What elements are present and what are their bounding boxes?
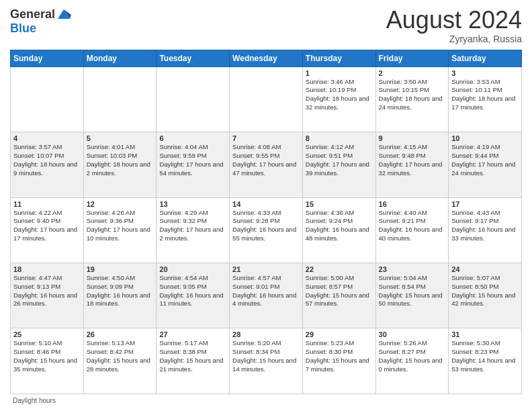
month-title: August 2024 (386, 7, 522, 34)
sunset: Sunset: 8:23 PM (451, 348, 498, 355)
calendar-cell: 15Sunrise: 4:36 AMSunset: 9:24 PMDayligh… (302, 197, 375, 263)
day-info: Sunrise: 3:53 AMSunset: 10:11 PMDaylight… (451, 78, 519, 112)
sunrise: Sunrise: 4:29 AM (159, 209, 208, 216)
day-number: 18 (13, 265, 81, 273)
daylight: Daylight: 18 hours and 9 minutes. (13, 161, 77, 177)
sunrise: Sunrise: 4:15 AM (379, 143, 427, 150)
sunset: Sunset: 9:28 PM (232, 217, 279, 224)
sunrise: Sunrise: 4:12 AM (306, 143, 354, 150)
calendar-cell: 14Sunrise: 4:33 AMSunset: 9:28 PMDayligh… (230, 197, 303, 263)
sunset: Sunset: 9:17 PM (451, 217, 498, 224)
weekday-header: Saturday (449, 50, 522, 66)
day-info: Sunrise: 5:10 AMSunset: 8:46 PMDaylight:… (13, 339, 81, 373)
sunrise: Sunrise: 4:57 AM (232, 274, 281, 281)
sunrise: Sunrise: 5:17 AM (159, 339, 208, 347)
sunset: Sunset: 8:57 PM (306, 283, 353, 290)
sunrise: Sunrise: 3:46 AM (306, 78, 354, 85)
calendar-cell: 8Sunrise: 4:12 AMSunset: 9:51 PMDaylight… (302, 132, 375, 197)
sunset: Sunset: 9:40 PM (13, 217, 60, 224)
day-info: Sunrise: 3:57 AMSunset: 10:07 PMDaylight… (13, 143, 81, 177)
weekday-header: Friday (375, 50, 449, 66)
day-number: 31 (451, 330, 519, 338)
sunset: Sunset: 10:03 PM (87, 152, 138, 159)
daylight: Daylight: 14 hours and 53 minutes. (451, 357, 515, 373)
daylight: Daylight: 15 hours and 35 minutes. (13, 357, 77, 373)
day-info: Sunrise: 4:50 AMSunset: 9:09 PMDaylight:… (87, 274, 154, 308)
daylight: Daylight: 16 hours and 4 minutes. (232, 291, 296, 308)
day-number: 3 (451, 69, 519, 77)
calendar-cell: 11Sunrise: 4:22 AMSunset: 9:40 PMDayligh… (11, 197, 84, 263)
sunset: Sunset: 10:07 PM (13, 152, 64, 159)
weekday-header: Sunday (11, 50, 84, 66)
sunrise: Sunrise: 4:19 AM (451, 143, 500, 150)
sunrise: Sunrise: 4:01 AM (87, 143, 135, 150)
calendar-cell: 22Sunrise: 5:00 AMSunset: 8:57 PMDayligh… (302, 263, 375, 328)
sunset: Sunset: 8:38 PM (159, 348, 206, 355)
day-number: 29 (306, 330, 373, 338)
sunrise: Sunrise: 5:23 AM (306, 339, 354, 347)
day-info: Sunrise: 5:04 AMSunset: 8:54 PMDaylight:… (379, 274, 446, 308)
day-number: 9 (379, 134, 446, 142)
sunset: Sunset: 9:51 PM (306, 152, 353, 159)
day-info: Sunrise: 5:30 AMSunset: 8:23 PMDaylight:… (451, 339, 519, 373)
calendar-cell: 20Sunrise: 4:54 AMSunset: 9:05 PMDayligh… (157, 263, 230, 328)
calendar-cell: 21Sunrise: 4:57 AMSunset: 9:01 PMDayligh… (230, 263, 303, 328)
logo-blue-text: Blue (10, 21, 71, 36)
sunset: Sunset: 8:46 PM (13, 348, 60, 355)
sunset: Sunset: 8:27 PM (379, 348, 426, 355)
calendar-week-row: 1Sunrise: 3:46 AMSunset: 10:19 PMDayligh… (11, 66, 522, 132)
calendar-cell: 10Sunrise: 4:19 AMSunset: 9:44 PMDayligh… (449, 132, 522, 197)
day-number: 15 (306, 200, 373, 208)
daylight: Daylight: 15 hours and 28 minutes. (87, 357, 150, 373)
sunrise: Sunrise: 4:47 AM (13, 274, 62, 281)
day-number: 4 (13, 134, 81, 142)
daylight: Daylight: 17 hours and 47 minutes. (232, 161, 296, 177)
daylight: Daylight: 15 hours and 42 minutes. (451, 291, 515, 308)
day-info: Sunrise: 4:47 AMSunset: 9:13 PMDaylight:… (13, 274, 81, 308)
calendar-cell: 16Sunrise: 4:40 AMSunset: 9:21 PMDayligh… (375, 197, 449, 263)
calendar-cell: 19Sunrise: 4:50 AMSunset: 9:09 PMDayligh… (83, 263, 157, 328)
header: General Blue August 2024 Zyryanka, Russi… (10, 7, 522, 44)
calendar-cell: 29Sunrise: 5:23 AMSunset: 8:30 PMDayligh… (302, 328, 375, 394)
day-info: Sunrise: 4:19 AMSunset: 9:44 PMDaylight:… (451, 143, 519, 177)
weekday-header: Monday (83, 50, 157, 66)
calendar-cell (157, 66, 230, 132)
sunrise: Sunrise: 4:26 AM (87, 209, 135, 216)
sunset: Sunset: 8:50 PM (451, 283, 498, 290)
sunrise: Sunrise: 3:50 AM (379, 78, 427, 85)
calendar-cell: 24Sunrise: 5:07 AMSunset: 8:50 PMDayligh… (449, 263, 522, 328)
daylight: Daylight: 16 hours and 55 minutes. (232, 226, 296, 242)
sunrise: Sunrise: 4:33 AM (232, 209, 281, 216)
daylight: Daylight: 15 hours and 57 minutes. (306, 291, 369, 308)
day-info: Sunrise: 4:33 AMSunset: 9:28 PMDaylight:… (232, 209, 300, 243)
daylight: Daylight: 16 hours and 33 minutes. (451, 226, 515, 242)
sunrise: Sunrise: 5:20 AM (232, 339, 281, 347)
day-info: Sunrise: 5:20 AMSunset: 8:34 PMDaylight:… (232, 339, 300, 373)
daylight: Daylight: 17 hours and 10 minutes. (87, 226, 150, 242)
day-number: 22 (306, 265, 373, 273)
weekday-header: Thursday (302, 50, 375, 66)
sunset: Sunset: 8:30 PM (306, 348, 353, 355)
calendar-table: SundayMondayTuesdayWednesdayThursdayFrid… (10, 50, 522, 394)
sunset: Sunset: 9:32 PM (159, 217, 206, 224)
sunset: Sunset: 9:13 PM (13, 283, 60, 290)
day-info: Sunrise: 5:13 AMSunset: 8:42 PMDaylight:… (87, 339, 154, 373)
day-info: Sunrise: 4:04 AMSunset: 9:59 PMDaylight:… (159, 143, 226, 177)
sunset: Sunset: 9:48 PM (379, 152, 426, 159)
daylight: Daylight: 15 hours and 21 minutes. (159, 357, 223, 373)
daylight: Daylight: 17 hours and 2 minutes. (159, 226, 223, 242)
calendar-cell: 4Sunrise: 3:57 AMSunset: 10:07 PMDayligh… (11, 132, 84, 197)
sunrise: Sunrise: 3:57 AM (13, 143, 62, 150)
daylight: Daylight: 17 hours and 54 minutes. (159, 161, 223, 177)
calendar-cell (11, 66, 84, 132)
calendar-cell: 26Sunrise: 5:13 AMSunset: 8:42 PMDayligh… (83, 328, 157, 394)
page: General Blue August 2024 Zyryanka, Russi… (0, 0, 532, 411)
title-block: August 2024 Zyryanka, Russia (386, 7, 522, 44)
day-info: Sunrise: 4:15 AMSunset: 9:48 PMDaylight:… (379, 143, 446, 177)
calendar-header-row: SundayMondayTuesdayWednesdayThursdayFrid… (11, 50, 522, 66)
weekday-header: Tuesday (157, 50, 230, 66)
day-info: Sunrise: 4:57 AMSunset: 9:01 PMDaylight:… (232, 274, 300, 308)
sunrise: Sunrise: 5:00 AM (306, 274, 354, 281)
day-number: 21 (232, 265, 300, 273)
day-info: Sunrise: 4:54 AMSunset: 9:05 PMDaylight:… (159, 274, 226, 308)
